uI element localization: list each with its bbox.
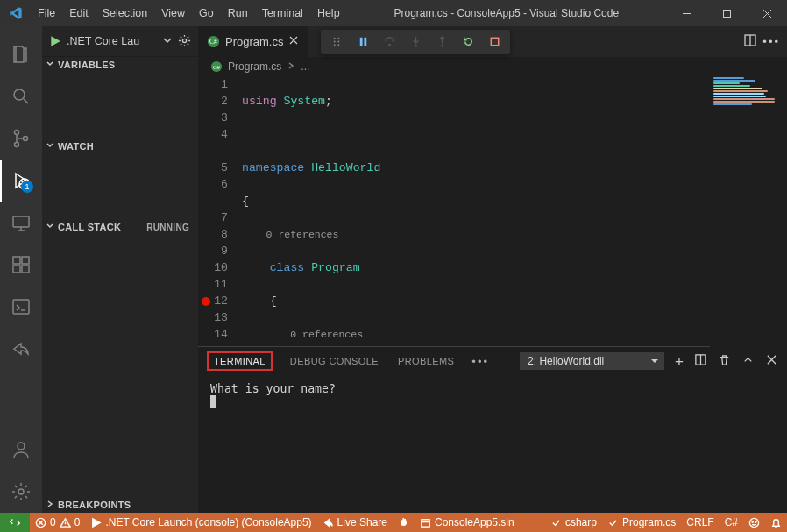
start-debug-button[interactable] [49,35,61,47]
step-into-button[interactable] [403,32,428,53]
editor-more-icon[interactable]: ••• [762,35,780,48]
terminal-output[interactable]: What is your name? [198,375,787,513]
callstack-section[interactable]: CALL STACK RUNNING [42,219,198,235]
step-over-button[interactable] [377,32,401,53]
csharp-file-icon: C# [210,60,223,73]
svg-point-4 [24,137,28,141]
split-editor-icon[interactable] [743,33,757,50]
svg-point-36 [752,521,753,521]
status-bell-icon[interactable] [765,513,787,532]
status-file-check[interactable]: Program.cs [602,513,681,532]
terminal-cursor [210,395,216,408]
panel-maximize-icon[interactable] [741,353,755,369]
variables-label: VARIABLES [58,60,115,70]
code-content[interactable]: using System; namespace HelloWorld { 0 r… [242,76,787,346]
svg-text:C#: C# [209,38,217,46]
breakpoints-label: BREAKPOINTS [58,500,131,510]
status-bar: 0 0 .NET Core Launch (console) (ConsoleA… [0,513,787,532]
status-fire-icon[interactable] [393,513,415,532]
csharp-file-icon: C# [207,35,220,48]
svg-point-27 [441,45,443,47]
drag-handle-icon[interactable] [324,32,349,53]
status-liveshare[interactable]: Live Share [317,513,393,532]
explorer-icon[interactable] [0,33,42,75]
gutter[interactable]: 1 2 3 4 5 6 7 8 9 10 11 12 13 14 15 [198,76,242,346]
tab-label: Program.cs [225,35,283,48]
panel-tab-debug-console[interactable]: DEBUG CONSOLE [288,352,380,370]
maximize-button[interactable] [706,0,747,26]
svg-point-13 [18,489,24,494]
minimize-button[interactable] [666,0,706,26]
tab-program-cs[interactable]: C# Program.cs [198,26,308,57]
svg-rect-6 [13,216,29,227]
menu-file[interactable]: File [31,0,62,26]
minimap[interactable] [710,76,787,357]
stop-button[interactable] [482,32,507,53]
terminal-selector[interactable]: 2: HelloWorld.dll [520,352,664,370]
tab-close-icon[interactable] [288,35,299,48]
status-solution[interactable]: ConsoleApp5.sln [415,513,520,532]
breadcrumb[interactable]: C# Program.cs ... [198,57,787,76]
new-terminal-button[interactable]: + [675,354,684,369]
search-icon[interactable] [0,75,42,117]
source-control-icon[interactable] [0,117,42,160]
menu-view[interactable]: View [154,0,192,26]
svg-rect-0 [723,10,730,17]
debug-toolbar[interactable] [321,30,510,54]
menu-edit[interactable]: Edit [62,0,96,26]
close-button[interactable] [747,0,787,26]
config-gear-icon[interactable] [178,34,191,49]
kill-terminal-icon[interactable] [718,353,731,369]
svg-rect-24 [364,38,366,46]
settings-gear-icon[interactable] [0,471,42,513]
callstack-state: RUNNING [146,223,195,232]
variables-section[interactable]: VARIABLES [42,57,198,73]
status-launch-config[interactable]: .NET Core Launch (console) (ConsoleApp5) [85,513,316,532]
window-title: Program.cs - ConsoleApp5 - Visual Studio… [347,7,666,19]
status-eol[interactable]: CRLF [681,513,719,532]
breakpoint-icon[interactable] [202,297,210,306]
debug-config-name[interactable]: .NET Core Lau [67,35,157,47]
bottom-panel: TERMINAL DEBUG CONSOLE PROBLEMS ••• 2: H… [198,346,787,513]
code-editor[interactable]: 1 2 3 4 5 6 7 8 9 10 11 12 13 14 15 usin… [198,76,787,346]
menu-go[interactable]: Go [192,0,221,26]
svg-point-17 [334,38,336,39]
split-terminal-icon[interactable] [694,353,707,369]
run-debug-icon[interactable]: 1 [0,160,42,202]
svg-rect-7 [13,257,20,264]
account-icon[interactable] [0,429,42,471]
extensions-icon[interactable] [0,244,42,286]
vscode-logo-icon [0,6,31,20]
restart-button[interactable] [456,32,480,53]
panel-close-icon[interactable] [765,353,778,369]
status-language[interactable]: C# [720,513,743,532]
menu-help[interactable]: Help [310,0,347,26]
panel-more-icon[interactable]: ••• [471,355,489,368]
svg-rect-11 [13,300,29,314]
step-out-button[interactable] [429,32,454,53]
svg-point-22 [337,44,339,46]
svg-point-21 [337,41,339,43]
panel-tab-problems[interactable]: PROBLEMS [396,352,456,370]
status-feedback-icon[interactable] [743,513,765,532]
terminal-activity-icon[interactable] [0,286,42,328]
editor-area: C# Program.cs ••• C# Program.cs [198,26,787,513]
menu-terminal[interactable]: Terminal [255,0,310,26]
status-problems[interactable]: 0 0 [30,513,85,532]
status-lsp[interactable]: csharp [545,513,602,532]
config-chevron-icon[interactable] [162,35,173,47]
svg-point-26 [415,45,417,47]
share-icon[interactable] [0,328,42,370]
window-controls [666,0,787,26]
panel-tab-terminal[interactable]: TERMINAL [207,351,273,371]
remote-indicator[interactable] [0,513,30,532]
menu-run[interactable]: Run [221,0,255,26]
pause-button[interactable] [351,32,375,53]
menu-selection[interactable]: Selection [96,0,154,26]
svg-rect-9 [22,266,29,273]
remote-explorer-icon[interactable] [0,202,42,244]
breakpoints-section[interactable]: BREAKPOINTS [42,497,198,513]
svg-point-14 [182,39,186,42]
svg-point-20 [337,38,339,39]
watch-section[interactable]: WATCH [42,138,198,154]
